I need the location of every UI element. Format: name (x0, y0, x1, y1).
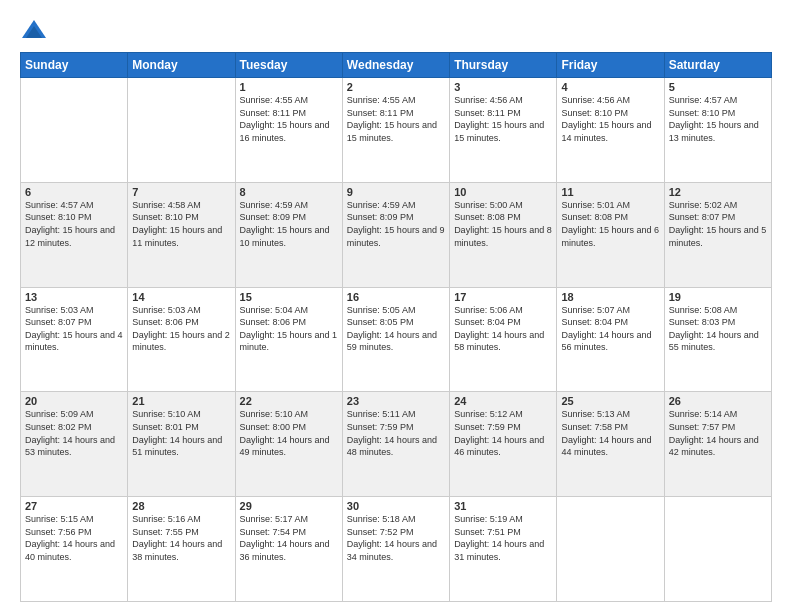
day-number: 1 (240, 81, 338, 93)
calendar-cell: 12Sunrise: 5:02 AM Sunset: 8:07 PM Dayli… (664, 182, 771, 287)
calendar-cell: 31Sunrise: 5:19 AM Sunset: 7:51 PM Dayli… (450, 497, 557, 602)
day-info: Sunrise: 4:55 AM Sunset: 8:11 PM Dayligh… (347, 94, 445, 144)
day-info: Sunrise: 5:01 AM Sunset: 8:08 PM Dayligh… (561, 199, 659, 249)
day-number: 14 (132, 291, 230, 303)
calendar-cell: 28Sunrise: 5:16 AM Sunset: 7:55 PM Dayli… (128, 497, 235, 602)
day-info: Sunrise: 4:57 AM Sunset: 8:10 PM Dayligh… (669, 94, 767, 144)
day-info: Sunrise: 5:12 AM Sunset: 7:59 PM Dayligh… (454, 408, 552, 458)
day-info: Sunrise: 4:56 AM Sunset: 8:11 PM Dayligh… (454, 94, 552, 144)
calendar-cell: 23Sunrise: 5:11 AM Sunset: 7:59 PM Dayli… (342, 392, 449, 497)
day-number: 22 (240, 395, 338, 407)
day-info: Sunrise: 5:19 AM Sunset: 7:51 PM Dayligh… (454, 513, 552, 563)
calendar-cell: 4Sunrise: 4:56 AM Sunset: 8:10 PM Daylig… (557, 78, 664, 183)
header-tuesday: Tuesday (235, 53, 342, 78)
calendar-cell: 3Sunrise: 4:56 AM Sunset: 8:11 PM Daylig… (450, 78, 557, 183)
day-info: Sunrise: 5:09 AM Sunset: 8:02 PM Dayligh… (25, 408, 123, 458)
header-saturday: Saturday (664, 53, 771, 78)
day-info: Sunrise: 5:05 AM Sunset: 8:05 PM Dayligh… (347, 304, 445, 354)
day-info: Sunrise: 5:02 AM Sunset: 8:07 PM Dayligh… (669, 199, 767, 249)
day-info: Sunrise: 5:17 AM Sunset: 7:54 PM Dayligh… (240, 513, 338, 563)
calendar-cell: 22Sunrise: 5:10 AM Sunset: 8:00 PM Dayli… (235, 392, 342, 497)
calendar-cell: 25Sunrise: 5:13 AM Sunset: 7:58 PM Dayli… (557, 392, 664, 497)
calendar-cell: 29Sunrise: 5:17 AM Sunset: 7:54 PM Dayli… (235, 497, 342, 602)
day-info: Sunrise: 4:56 AM Sunset: 8:10 PM Dayligh… (561, 94, 659, 144)
calendar-week-row: 1Sunrise: 4:55 AM Sunset: 8:11 PM Daylig… (21, 78, 772, 183)
day-number: 7 (132, 186, 230, 198)
day-info: Sunrise: 4:59 AM Sunset: 8:09 PM Dayligh… (240, 199, 338, 249)
day-info: Sunrise: 4:57 AM Sunset: 8:10 PM Dayligh… (25, 199, 123, 249)
day-number: 25 (561, 395, 659, 407)
day-info: Sunrise: 4:59 AM Sunset: 8:09 PM Dayligh… (347, 199, 445, 249)
logo-icon (20, 16, 48, 44)
calendar-cell: 9Sunrise: 4:59 AM Sunset: 8:09 PM Daylig… (342, 182, 449, 287)
calendar-cell: 2Sunrise: 4:55 AM Sunset: 8:11 PM Daylig… (342, 78, 449, 183)
calendar-cell: 24Sunrise: 5:12 AM Sunset: 7:59 PM Dayli… (450, 392, 557, 497)
day-number: 23 (347, 395, 445, 407)
calendar-cell: 17Sunrise: 5:06 AM Sunset: 8:04 PM Dayli… (450, 287, 557, 392)
calendar-week-row: 27Sunrise: 5:15 AM Sunset: 7:56 PM Dayli… (21, 497, 772, 602)
calendar-cell: 10Sunrise: 5:00 AM Sunset: 8:08 PM Dayli… (450, 182, 557, 287)
calendar-cell: 8Sunrise: 4:59 AM Sunset: 8:09 PM Daylig… (235, 182, 342, 287)
day-number: 19 (669, 291, 767, 303)
calendar-cell (128, 78, 235, 183)
day-number: 11 (561, 186, 659, 198)
day-number: 24 (454, 395, 552, 407)
calendar-cell: 27Sunrise: 5:15 AM Sunset: 7:56 PM Dayli… (21, 497, 128, 602)
header (20, 16, 772, 44)
calendar-cell: 20Sunrise: 5:09 AM Sunset: 8:02 PM Dayli… (21, 392, 128, 497)
calendar-cell: 5Sunrise: 4:57 AM Sunset: 8:10 PM Daylig… (664, 78, 771, 183)
day-number: 26 (669, 395, 767, 407)
calendar-cell (664, 497, 771, 602)
day-info: Sunrise: 5:07 AM Sunset: 8:04 PM Dayligh… (561, 304, 659, 354)
day-number: 13 (25, 291, 123, 303)
day-info: Sunrise: 5:03 AM Sunset: 8:06 PM Dayligh… (132, 304, 230, 354)
day-number: 30 (347, 500, 445, 512)
day-number: 21 (132, 395, 230, 407)
calendar-cell: 1Sunrise: 4:55 AM Sunset: 8:11 PM Daylig… (235, 78, 342, 183)
day-info: Sunrise: 5:10 AM Sunset: 8:00 PM Dayligh… (240, 408, 338, 458)
day-info: Sunrise: 4:58 AM Sunset: 8:10 PM Dayligh… (132, 199, 230, 249)
day-number: 12 (669, 186, 767, 198)
day-number: 20 (25, 395, 123, 407)
day-info: Sunrise: 5:14 AM Sunset: 7:57 PM Dayligh… (669, 408, 767, 458)
calendar-cell: 21Sunrise: 5:10 AM Sunset: 8:01 PM Dayli… (128, 392, 235, 497)
calendar-cell: 7Sunrise: 4:58 AM Sunset: 8:10 PM Daylig… (128, 182, 235, 287)
day-number: 2 (347, 81, 445, 93)
header-wednesday: Wednesday (342, 53, 449, 78)
day-info: Sunrise: 5:13 AM Sunset: 7:58 PM Dayligh… (561, 408, 659, 458)
day-info: Sunrise: 5:08 AM Sunset: 8:03 PM Dayligh… (669, 304, 767, 354)
day-number: 17 (454, 291, 552, 303)
day-number: 4 (561, 81, 659, 93)
calendar-week-row: 13Sunrise: 5:03 AM Sunset: 8:07 PM Dayli… (21, 287, 772, 392)
day-number: 15 (240, 291, 338, 303)
day-number: 28 (132, 500, 230, 512)
header-friday: Friday (557, 53, 664, 78)
calendar-cell: 6Sunrise: 4:57 AM Sunset: 8:10 PM Daylig… (21, 182, 128, 287)
weekday-header-row: Sunday Monday Tuesday Wednesday Thursday… (21, 53, 772, 78)
calendar-cell: 13Sunrise: 5:03 AM Sunset: 8:07 PM Dayli… (21, 287, 128, 392)
calendar-cell: 16Sunrise: 5:05 AM Sunset: 8:05 PM Dayli… (342, 287, 449, 392)
calendar-cell: 11Sunrise: 5:01 AM Sunset: 8:08 PM Dayli… (557, 182, 664, 287)
calendar-week-row: 20Sunrise: 5:09 AM Sunset: 8:02 PM Dayli… (21, 392, 772, 497)
calendar-cell: 15Sunrise: 5:04 AM Sunset: 8:06 PM Dayli… (235, 287, 342, 392)
calendar-cell (557, 497, 664, 602)
day-number: 27 (25, 500, 123, 512)
day-number: 16 (347, 291, 445, 303)
day-number: 6 (25, 186, 123, 198)
day-info: Sunrise: 5:00 AM Sunset: 8:08 PM Dayligh… (454, 199, 552, 249)
day-info: Sunrise: 5:04 AM Sunset: 8:06 PM Dayligh… (240, 304, 338, 354)
day-number: 5 (669, 81, 767, 93)
day-number: 10 (454, 186, 552, 198)
day-info: Sunrise: 4:55 AM Sunset: 8:11 PM Dayligh… (240, 94, 338, 144)
calendar-cell: 19Sunrise: 5:08 AM Sunset: 8:03 PM Dayli… (664, 287, 771, 392)
header-sunday: Sunday (21, 53, 128, 78)
calendar-cell: 14Sunrise: 5:03 AM Sunset: 8:06 PM Dayli… (128, 287, 235, 392)
day-info: Sunrise: 5:03 AM Sunset: 8:07 PM Dayligh… (25, 304, 123, 354)
calendar: Sunday Monday Tuesday Wednesday Thursday… (20, 52, 772, 602)
day-number: 3 (454, 81, 552, 93)
day-number: 29 (240, 500, 338, 512)
calendar-cell (21, 78, 128, 183)
header-monday: Monday (128, 53, 235, 78)
logo (20, 16, 52, 44)
calendar-cell: 26Sunrise: 5:14 AM Sunset: 7:57 PM Dayli… (664, 392, 771, 497)
